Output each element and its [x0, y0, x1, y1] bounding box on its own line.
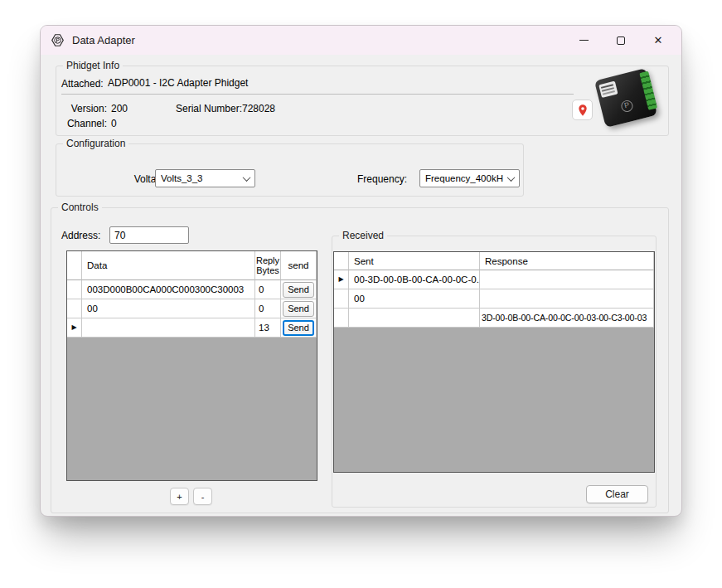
- send-grid-header: Data Reply Bytes send: [67, 251, 317, 280]
- data-cell[interactable]: 00: [82, 299, 255, 318]
- sent-cell[interactable]: [349, 309, 480, 328]
- row-header[interactable]: [67, 299, 82, 318]
- app-window: Data Adapter ✕ Phidget Info Attached: AD…: [40, 25, 682, 517]
- received-legend: Received: [339, 230, 387, 242]
- received-grid-header: Sent Response: [334, 252, 654, 270]
- device-label: [598, 81, 618, 98]
- table-row: 003D000B00CA000C000300C30003 0 Send: [67, 280, 317, 299]
- attached-value: ADP0001 - I2C Adapter Phidget: [108, 77, 248, 89]
- sent-cell[interactable]: 00: [349, 289, 480, 309]
- page-background: { "window": { "title": "Data Adapter", "…: [0, 0, 722, 588]
- response-cell[interactable]: [480, 289, 654, 309]
- sent-cell[interactable]: 00-3D-00-0B-00-CA-00-0C-0...: [349, 270, 480, 289]
- separator: [61, 94, 574, 95]
- reply-bytes-cell[interactable]: 0: [255, 299, 281, 318]
- channel-label: Channel:: [61, 118, 107, 129]
- row-header[interactable]: [67, 280, 82, 299]
- row-header-current[interactable]: ▶: [334, 270, 349, 289]
- remove-row-button[interactable]: -: [193, 488, 212, 505]
- serial-number-label: Serial Number:: [176, 103, 242, 114]
- channel-value: 0: [111, 118, 117, 129]
- add-row-button[interactable]: +: [170, 488, 189, 505]
- column-header-response[interactable]: Response: [480, 252, 654, 270]
- window-title: Data Adapter: [72, 34, 135, 46]
- minimize-icon: [579, 40, 589, 41]
- column-header-marker[interactable]: [67, 251, 82, 280]
- attached-label: Attached:: [61, 78, 104, 90]
- close-button[interactable]: ✕: [652, 34, 665, 47]
- column-header-reply-bytes[interactable]: Reply Bytes: [255, 251, 281, 280]
- address-label: Address:: [61, 230, 100, 241]
- table-row: ▶ 00-3D-00-0B-00-CA-00-0C-0...: [334, 270, 654, 289]
- response-cell[interactable]: 3D-00-0B-00-CA-00-0C-00-03-00-C3-00-03: [480, 309, 654, 328]
- frequency-dropdown[interactable]: Frequency_400kHz: [419, 169, 520, 187]
- minimize-button[interactable]: [577, 34, 590, 47]
- device-logo-icon: P: [620, 99, 634, 113]
- phidget-info-group: Phidget Info Attached: ADP0001 - I2C Ada…: [56, 66, 669, 136]
- received-grid: Sent Response ▶ 00-3D-00-0B-00-CA-00-0C-…: [333, 251, 655, 473]
- window-controls: ✕: [577, 34, 670, 47]
- clear-button[interactable]: Clear: [586, 485, 648, 503]
- titlebar: Data Adapter ✕: [41, 26, 681, 55]
- send-button[interactable]: Send: [283, 320, 314, 336]
- device-photo: P: [586, 67, 669, 134]
- controls-legend: Controls: [58, 202, 102, 214]
- version-label: Version:: [61, 103, 107, 114]
- voltage-dropdown[interactable]: Volts_3_3: [155, 169, 255, 187]
- data-cell[interactable]: [82, 318, 255, 338]
- send-button[interactable]: Send: [283, 282, 314, 298]
- version-value: 200: [111, 103, 128, 114]
- maximize-button[interactable]: [614, 34, 628, 47]
- send-button[interactable]: Send: [283, 301, 314, 317]
- row-header[interactable]: [334, 309, 349, 328]
- address-input[interactable]: [109, 226, 189, 244]
- received-group: Received Sent Response ▶ 00-3D-00-0B-00-…: [332, 236, 657, 508]
- frequency-label: Frequency:: [341, 173, 407, 185]
- send-data-grid: Data Reply Bytes send 003D000B00CA000C00…: [66, 250, 317, 481]
- device-terminal-block: [639, 71, 657, 110]
- serial-number-value: 728028: [242, 103, 275, 114]
- data-cell[interactable]: 003D000B00CA000C000300C30003: [82, 280, 255, 299]
- chevron-down-icon: [507, 173, 516, 182]
- response-cell[interactable]: [480, 270, 654, 289]
- configuration-legend: Configuration: [63, 138, 128, 150]
- device-body: P: [594, 68, 657, 128]
- chevron-down-icon: [243, 173, 251, 182]
- reply-bytes-cell[interactable]: 13: [255, 318, 281, 338]
- phidget-info-legend: Phidget Info: [63, 60, 123, 72]
- phidgets-logo-icon: [51, 33, 65, 47]
- row-header-current[interactable]: ▶: [67, 318, 82, 338]
- configuration-group: Configuration Voltage: Volts_3_3 Frequen…: [56, 143, 524, 197]
- reply-bytes-cell[interactable]: 0: [255, 280, 281, 299]
- table-row: 3D-00-0B-00-CA-00-0C-00-03-00-C3-00-03: [334, 309, 654, 328]
- table-row: 00: [334, 289, 654, 309]
- controls-group: Controls Address: Data Reply Bytes send …: [51, 207, 669, 513]
- column-header-sent[interactable]: Sent: [349, 252, 480, 270]
- table-row: ▶ 13 Send: [67, 318, 317, 338]
- column-header-send[interactable]: send: [281, 251, 317, 280]
- voltage-selected-value: Volts_3_3: [161, 173, 239, 183]
- column-header-data[interactable]: Data: [82, 251, 255, 280]
- frequency-selected-value: Frequency_400kHz: [425, 173, 503, 183]
- table-row: 00 0 Send: [67, 299, 317, 318]
- close-icon: ✕: [654, 35, 663, 46]
- maximize-icon: [617, 36, 625, 45]
- column-header-marker[interactable]: [334, 252, 349, 270]
- row-header[interactable]: [334, 289, 349, 309]
